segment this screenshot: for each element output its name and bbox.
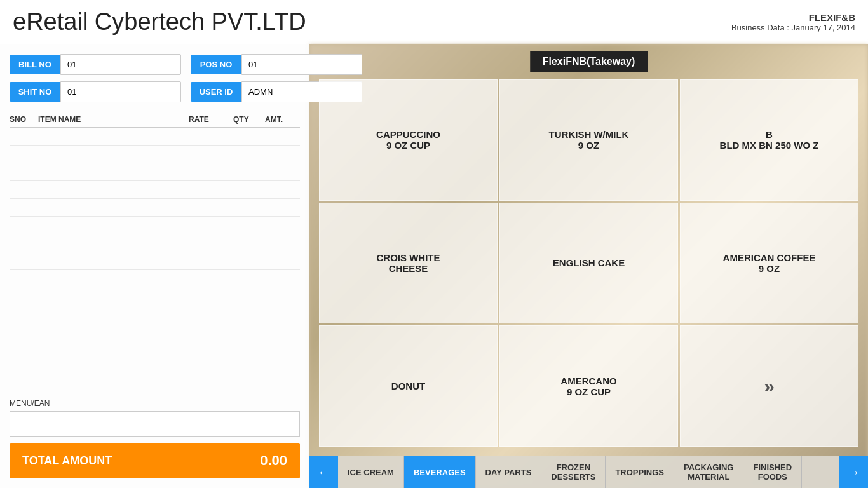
right-panel: FlexiFNB(Takeway) CAPPUCCINO 9 OZ CUPTUR… [309,44,868,488]
header: eRetail Cybertech PVT.LTD FLEXIF&B Busin… [0,0,868,44]
product-tile-crois[interactable]: CROIS WHITE CHEESE [319,203,498,324]
table-row [10,217,300,234]
category-tabs: ICE CREAMBEVERAGESDAY PARTSFROZEN DESSER… [338,456,839,488]
product-tile-english-cake[interactable]: ENGLISH CAKE [499,203,678,324]
table-row [10,199,300,217]
app-title: eRetail Cybertech PVT.LTD [13,8,306,36]
bill-no-label: BILL NO [10,55,60,74]
shit-no-input[interactable] [60,81,181,102]
category-prev-button[interactable]: ← [309,456,338,488]
table-row [10,252,300,270]
business-data: Business Data : January 17, 2014 [731,23,855,32]
category-next-button[interactable]: → [839,456,868,488]
product-tile-next[interactable]: » [680,325,858,447]
menu-ean-input[interactable] [10,411,300,437]
product-tile-cappuccino[interactable]: CAPPUCCINO 9 OZ CUP [319,79,498,201]
col-amt-header: AMT. [265,115,300,124]
category-tab-packaging-material[interactable]: PACKAGING MATERIAL [674,456,743,488]
table-row [10,163,300,181]
product-grid: CAPPUCCINO 9 OZ CUPTURKISH W/MILK 9 OZB … [309,44,868,456]
product-tile-american-coffee[interactable]: AMERICAN COFFEE 9 OZ [680,203,858,324]
mode-label: FlexiFNB(Takeway) [530,51,648,72]
total-amount-value: 0.00 [260,452,287,469]
table-row [10,181,300,199]
bill-pos-row: BILL NO POS NO [10,54,300,75]
category-bar: ← ICE CREAMBEVERAGESDAY PARTSFROZEN DESS… [309,456,868,488]
pos-no-label: POS NO [191,55,241,74]
total-amount-bar: TOTAL AMOUNT 0.00 [10,443,300,478]
table-row [10,146,300,163]
company-info: FLEXIF&B Business Data : January 17, 201… [731,12,855,32]
total-amount-label: TOTAL AMOUNT [22,454,112,468]
category-tab-troppings[interactable]: TROPPINGS [606,456,674,488]
shit-no-label: SHIT NO [10,82,60,102]
table-row [10,128,300,146]
category-tab-beverages[interactable]: BEVERAGES [404,456,476,488]
col-qty-header: QTY [233,115,265,124]
product-tile-bld-mx[interactable]: B BLD MX BN 250 WO Z [680,79,858,201]
bill-no-group: BILL NO [10,54,181,75]
left-panel: BILL NO POS NO SHIT NO USER ID SNO ITEM … [0,44,309,488]
category-tab-ice-cream[interactable]: ICE CREAM [338,456,404,488]
category-tab-finished-foods[interactable]: FINISHED FOODS [743,456,802,488]
company-name: FLEXIF&B [731,12,855,23]
user-id-label: USER ID [191,82,241,102]
shit-user-row: SHIT NO USER ID [10,81,300,102]
product-tile-donut[interactable]: DONUT [319,325,498,447]
order-table-body [10,128,300,393]
main-layout: BILL NO POS NO SHIT NO USER ID SNO ITEM … [0,44,868,488]
col-name-header: ITEM NAME [38,115,189,124]
shit-no-group: SHIT NO [10,81,181,102]
col-sno-header: SNO [10,115,38,124]
product-tile-turkish[interactable]: TURKISH W/MILK 9 OZ [499,79,678,201]
category-tab-frozen-desserts[interactable]: FROZEN DESSERTS [541,456,606,488]
bill-no-input[interactable] [60,54,181,75]
table-row [10,234,300,252]
category-tab-day-parts[interactable]: DAY PARTS [476,456,542,488]
table-header: SNO ITEM NAME RATE QTY AMT. [10,112,300,128]
product-tile-amercano[interactable]: AMERCANO 9 OZ CUP [499,325,678,447]
col-rate-header: RATE [189,115,233,124]
menu-ean-label: MENU/EAN [10,399,300,408]
